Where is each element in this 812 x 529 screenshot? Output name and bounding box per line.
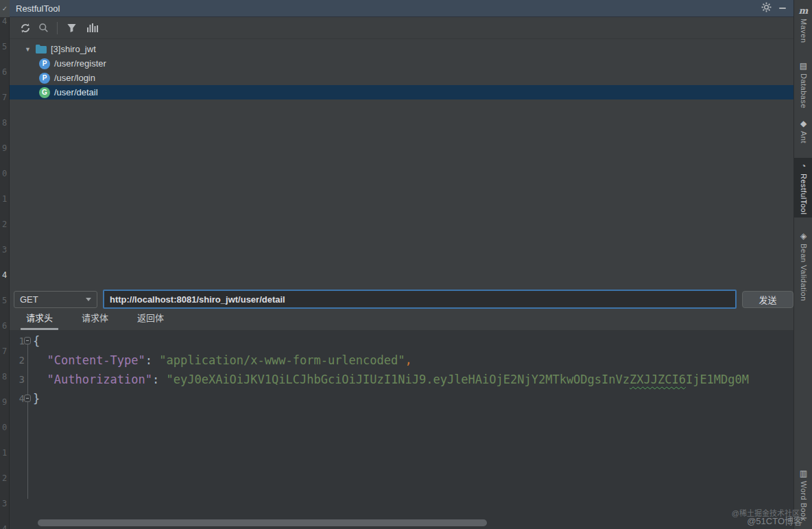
background-line-number: 8 <box>0 118 9 128</box>
http-method-icon: P <box>39 73 50 84</box>
background-line-number: 1 <box>0 448 9 458</box>
editor-line-number: 4 <box>10 389 25 408</box>
background-line-number: 7 <box>0 93 9 102</box>
toolbar-separator <box>57 22 58 34</box>
tab-active[interactable]: 请求头 <box>21 311 58 330</box>
expand-arrow-icon[interactable]: ▼ <box>25 46 33 53</box>
sidebar-item-bean-validation[interactable]: ◈Bean Validation <box>794 228 812 304</box>
sidebar-item-database[interactable]: ▤Database <box>794 58 812 111</box>
settings-button[interactable] <box>758 0 774 17</box>
sidebar-item-label: RestfulTool <box>800 174 808 215</box>
tree-root-label: [3]shiro_jwt <box>51 44 96 54</box>
filter-icon[interactable] <box>62 19 80 37</box>
editor-line-number: 2 <box>10 351 25 370</box>
minimize-icon <box>779 8 786 9</box>
sidebar-item-restfultool[interactable]: ◔RestfulTool <box>794 158 812 218</box>
code-line: 4} <box>10 389 793 408</box>
sidebar-item-label: Database <box>800 73 808 108</box>
http-method-icon: G <box>39 87 50 98</box>
restfultool-window: ✓ 456789012345678901234 RestfulTool <box>0 0 812 529</box>
http-method-select[interactable]: GET <box>14 291 97 308</box>
horizontal-scrollbar-thumb[interactable] <box>38 519 487 526</box>
endpoint-path: /user/login <box>54 73 95 83</box>
tree-root-row[interactable]: ▼[3]shiro_jwt <box>10 42 793 56</box>
endpoint-tree: ▼[3]shiro_jwtP/user/registerP/user/login… <box>10 39 793 289</box>
code-text: } <box>33 389 40 408</box>
editor-line-number: 1 <box>10 331 25 351</box>
code-text: { <box>33 331 40 351</box>
background-line-number: 5 <box>0 42 9 51</box>
word-book-icon: ▥ <box>800 468 807 479</box>
code-text: "Content-Type": "application/x-www-form-… <box>33 351 412 370</box>
watermark-51cto: @51CTO博客 <box>747 514 802 527</box>
request-tabs: 请求头请求体返回体 <box>10 312 793 330</box>
fold-end-icon[interactable] <box>24 395 31 402</box>
sidebar-item-label: Bean Validation <box>800 244 808 301</box>
fold-start-icon[interactable] <box>24 337 31 344</box>
send-button-label: 发送 <box>759 293 776 306</box>
request-url-input[interactable] <box>103 290 737 309</box>
minimize-button[interactable] <box>774 0 791 17</box>
sidebar-item-label: Maven <box>800 19 808 43</box>
chevron-down-icon <box>86 298 91 301</box>
tree-row[interactable]: P/user/register <box>10 56 793 71</box>
folder-icon <box>36 45 47 54</box>
tree-row[interactable]: G/user/detail <box>10 85 793 99</box>
background-editor-gutter: ✓ 456789012345678901234 <box>0 0 10 529</box>
background-line-number: 3 <box>0 245 9 255</box>
tool-window-title: RestfulTool <box>10 3 758 14</box>
code-line: 2 "Content-Type": "application/x-www-for… <box>10 351 793 370</box>
code-line: 3 "Authorization": "eyJ0eXAiOiJKV1QiLCJh… <box>10 370 793 389</box>
background-line-number: 4 <box>0 16 9 26</box>
tab-inactive[interactable]: 返回体 <box>132 311 169 330</box>
search-icon[interactable] <box>34 19 52 37</box>
sidebar-item-maven[interactable]: mMaven <box>794 3 812 46</box>
background-line-number: 2 <box>0 220 9 229</box>
background-line-number: 0 <box>0 423 9 432</box>
background-line-number: 8 <box>0 372 9 381</box>
ant-icon: ◆ <box>800 118 807 129</box>
background-line-number: 9 <box>0 143 9 153</box>
background-line-number: 0 <box>0 169 9 178</box>
request-headers-editor[interactable]: 1{2 "Content-Type": "application/x-www-f… <box>10 330 793 529</box>
background-line-number: 6 <box>0 67 9 77</box>
background-line-number: 5 <box>0 296 9 305</box>
sidebar-item-label: Ant <box>800 131 808 143</box>
background-line-number: 1 <box>0 194 9 204</box>
background-line-number: 7 <box>0 346 9 356</box>
database-icon: ▤ <box>800 60 807 71</box>
refresh-icon[interactable] <box>16 19 34 37</box>
background-line-number: 4 <box>0 270 9 280</box>
background-line-number: 2 <box>0 473 9 483</box>
editor-line-number: 3 <box>10 370 25 389</box>
http-method-icon: P <box>39 58 50 69</box>
send-button[interactable]: 发送 <box>742 291 793 308</box>
tree-row[interactable]: P/user/login <box>10 71 793 85</box>
endpoint-path: /user/register <box>54 58 106 69</box>
background-line-number: 3 <box>0 499 9 508</box>
background-line-number: 4 <box>0 524 9 529</box>
background-line-number: 6 <box>0 321 9 331</box>
code-line: 1{ <box>10 331 793 351</box>
check-icon: ✓ <box>0 0 10 17</box>
tool-window-header: RestfulTool <box>10 0 793 17</box>
tab-inactive[interactable]: 请求体 <box>76 311 114 330</box>
tool-button-sidebar: mMaven▤Database◆Ant◔RestfulTool◈Bean Val… <box>793 0 812 529</box>
bar-chart-icon[interactable] <box>83 19 101 37</box>
sidebar-item-ant[interactable]: ◆Ant <box>794 115 812 146</box>
endpoint-path: /user/detail <box>54 87 98 97</box>
bean-validation-icon: ◈ <box>800 231 807 242</box>
maven-icon: m <box>799 5 809 16</box>
tree-toolbar <box>10 17 793 39</box>
restfultool-icon: ◔ <box>801 161 806 172</box>
http-method-value: GET <box>14 294 86 305</box>
gear-icon <box>761 2 772 15</box>
background-line-number: 9 <box>0 397 9 407</box>
code-text: "Authorization": "eyJ0eXAiOiJKV1QiLCJhbG… <box>33 370 749 389</box>
